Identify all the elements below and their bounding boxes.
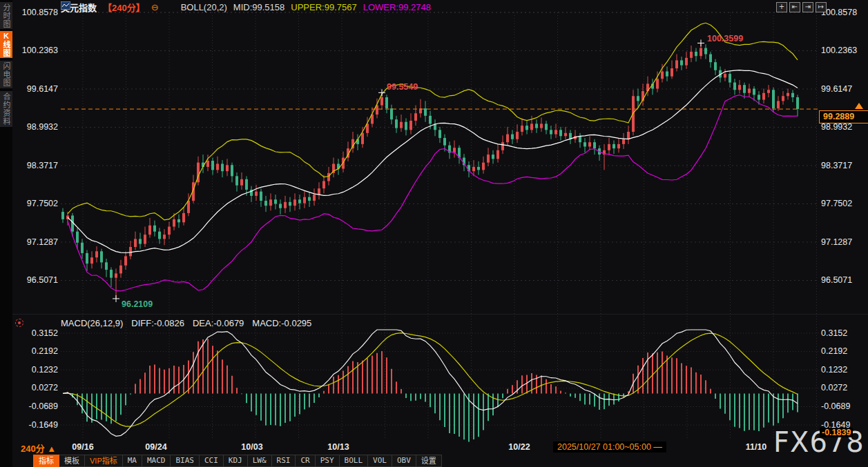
toolbar-item-boll[interactable]: BOLL [340, 455, 369, 467]
kline-app-window: 分时图K线图闪电图合约资料 美元指数 【240分】 ⊖ BOLL(20,2) M… [0, 0, 868, 467]
toolbar-item-kdj[interactable]: KDJ [224, 455, 248, 467]
boll-upper-value: UPPER:99.7567 [291, 2, 356, 12]
toolbar-item-cr[interactable]: CR [296, 455, 315, 467]
sidebar-tab-shandiantu[interactable]: 闪电图 [0, 61, 12, 88]
date-label: 10/13 [327, 442, 349, 452]
compress-x-icon[interactable]: ⇤ [789, 2, 800, 12]
toolbar-item-[interactable]: 设置 [416, 455, 442, 467]
date-label: 11/10 [746, 442, 767, 452]
toolbar-item-psy[interactable]: PSY [316, 455, 340, 467]
macd-header: MACD(26,12,9) DIFF:-0.0826 DEA:-0.0679 M… [61, 318, 311, 328]
sidebar-tab-heyueziliao[interactable]: 合约资料 [0, 91, 12, 127]
collapse-indicator-icon[interactable]: ⊖ [151, 2, 159, 12]
toolbar-item-ma[interactable]: MA [123, 455, 142, 467]
selected-candle-time: 2025/10/27 01:00~05:00 — [553, 441, 666, 453]
boll-mid-value: MID:99.5158 [233, 2, 284, 12]
window-tool-icons: +⇤⇥↦ [776, 2, 827, 12]
alert-dot-icon[interactable] [15, 319, 23, 327]
date-label: 09/16 [72, 442, 93, 452]
crosshair-tool-icon[interactable]: + [776, 2, 787, 12]
toolbar-item-bias[interactable]: BIAS [171, 455, 200, 467]
macd-macd-value: MACD:-0.0295 [252, 318, 311, 328]
indicator-toolbar: 指标模板VIP指标MAMACDBIASCCIKDJLW&RSICRPSYBOLL… [33, 455, 442, 467]
toolbar-item-macd[interactable]: MACD [142, 455, 171, 467]
date-label: 10/22 [508, 442, 530, 452]
shift-right-icon[interactable]: ↦ [816, 2, 827, 12]
chart-type-sidebar: 分时图K线图闪电图合约资料 [0, 0, 12, 467]
toolbar-item-rsi[interactable]: RSI [272, 455, 296, 467]
sidebar-tab-kxiantu[interactable]: K线图 [0, 31, 12, 58]
toolbar-item-cci[interactable]: CCI [200, 455, 224, 467]
sidebar-tab-fenshitu[interactable]: 分时图 [0, 2, 12, 29]
period-selector-label: 240分 [21, 444, 45, 454]
macd-dea-value: DEA:-0.0679 [193, 318, 244, 328]
kline-chart-canvas[interactable] [0, 0, 868, 467]
chart-header: 美元指数 【240分】 ⊖ BOLL(20,2) MID:99.5158 UPP… [61, 1, 431, 12]
price-marker-icon [855, 103, 863, 109]
toolbar-item-[interactable]: 模板 [59, 455, 85, 467]
peak-annotation: 100.3599 [707, 34, 743, 43]
toolbar-item-obv[interactable]: OBV [392, 455, 416, 467]
boll-indicator-icon [165, 3, 175, 11]
toolbar-item-vip[interactable]: VIP指标 [85, 455, 123, 467]
toolbar-item-lw[interactable]: LW& [248, 455, 272, 467]
boll-label: BOLL(20,2) [181, 2, 227, 12]
macd-title: MACD(26,12,9) [61, 318, 123, 328]
period-label: 【240分】 [103, 1, 145, 14]
date-label: 10/03 [241, 442, 262, 452]
period-selector[interactable]: 240分 ▲ [21, 441, 56, 455]
low-annotation: 96.2109 [122, 299, 153, 309]
time-axis: 240分 ▲ 2025/10/27 01:00~05:00 — 09/1609/… [0, 441, 868, 453]
period-arrow-icon: ▲ [47, 444, 56, 454]
boll-lower-value: LOWER:99.2748 [363, 2, 431, 12]
macd-current-tag: -0.1839 [820, 428, 853, 437]
toolbar-item-[interactable]: 指标 [33, 455, 59, 467]
high-annotation: 99.5549 [387, 82, 418, 92]
expand-x-icon[interactable]: ⇥ [802, 2, 813, 12]
toolbar-item-vol[interactable]: VOL [368, 455, 392, 467]
macd-diff-value: DIFF:-0.0826 [131, 318, 184, 328]
date-label: 09/24 [145, 442, 166, 452]
current-price-tag: 99.2889 [819, 110, 868, 123]
